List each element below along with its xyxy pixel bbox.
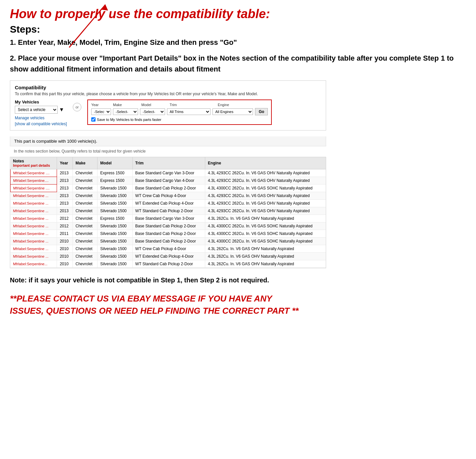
main-title: How to properly use the compatibility ta… xyxy=(10,7,466,22)
my-vehicles-section: My Vehicles Select a vehicle ▼ Manage ve… xyxy=(15,100,67,126)
compat-widget-title: Compatibility xyxy=(15,85,321,90)
table-row: Mfrlabel:Serpentine....2013ChevroletExpr… xyxy=(11,177,326,185)
trim-cell: Base Standard Cargo Van 3-Door xyxy=(132,215,205,222)
engine-cell: 4.3L 4300CC 262Cu. In. V6 GAS SOHC Natur… xyxy=(205,238,326,245)
table-row: Mfrlabel:Serpentine ...2010ChevroletSilv… xyxy=(11,238,326,245)
table-row: Mfrlabel:Serpentine ...2013ChevroletSilv… xyxy=(11,207,326,215)
model-cell: Express 1500 xyxy=(98,177,132,185)
engine-cell: 4.3L 4300CC 262Cu. In. V6 GAS SOHC Natur… xyxy=(205,185,326,192)
show-all-link[interactable]: [show all compatible vehicles] xyxy=(15,122,67,126)
year-cell: 2013 xyxy=(57,169,73,177)
model-cell: Silverado 1500 xyxy=(98,222,132,230)
engine-cell: 4.3L 4293CC 262Cu. In. V6 GAS OHV Natura… xyxy=(205,200,326,207)
notes-cell: Mfrlabel:Serpentine ... xyxy=(11,200,57,207)
notes-cell: Mfrlabel:Serpentine ... xyxy=(11,215,57,222)
notes-cell: Mfrlabel:Serpentine ... xyxy=(11,253,57,260)
compat-widget-subtitle: To confirm that this part fits your vehi… xyxy=(15,92,321,96)
make-label: Make xyxy=(113,103,139,107)
engine-select[interactable]: All Engines xyxy=(212,108,253,115)
notes-column-header: Notes Important part details xyxy=(11,157,57,169)
model-cell: Express 1500 xyxy=(98,169,132,177)
steps-heading: Steps: xyxy=(10,24,466,35)
make-cell: Chevrolet xyxy=(73,192,98,200)
model-cell: Express 1500 xyxy=(98,215,132,222)
notes-cell: Mfrlabel:Serpentine .... xyxy=(11,185,57,192)
engine-cell: 4.3L 4300CC 262Cu. In. V6 GAS SOHC Natur… xyxy=(205,222,326,230)
step2-text: 2. Place your mouse over "Important Part… xyxy=(10,53,466,74)
table-row: Mfrlabel:Serpentine...2010ChevroletSilve… xyxy=(11,260,326,268)
engine-cell: 4.3L 262Cu. In. V6 GAS OHV Naturally Asp… xyxy=(205,245,326,253)
trim-cell: WT Crew Cab Pickup 4-Door xyxy=(132,245,205,253)
trim-cell: WT Standard Cab Pickup 2-Door xyxy=(132,260,205,268)
trim-cell: Base Standard Cab Pickup 2-Door xyxy=(132,230,205,238)
notes-cell: Mfrlabel:Serpentine ... xyxy=(11,207,57,215)
notes-cell: Mfrlabel:Serpentine ... xyxy=(11,222,57,230)
make-cell: Chevrolet xyxy=(73,238,98,245)
make-cell: Chevrolet xyxy=(73,207,98,215)
year-cell: 2012 xyxy=(57,215,73,222)
notes-cell: Mfrlabel:Serpentine ... xyxy=(11,245,57,253)
make-cell: Chevrolet xyxy=(73,169,98,177)
make-cell: Chevrolet xyxy=(73,215,98,222)
trim-cell: WT Standard Cab Pickup 2-Door xyxy=(132,207,205,215)
table-row: Mfrlabel:Serpentine ...2013ChevroletSilv… xyxy=(11,200,326,207)
year-select[interactable]: -Select- xyxy=(91,108,111,115)
trim-cell: Base Standard Cargo Van 4-Door xyxy=(132,177,205,185)
compat-table-wrapper: Notes Important part details Year Make M… xyxy=(10,157,326,268)
make-cell: Chevrolet xyxy=(73,245,98,253)
engine-cell: 4.3L 262Cu. In. V6 GAS OHV Naturally Asp… xyxy=(205,260,326,268)
or-divider: or xyxy=(73,103,81,111)
year-cell: 2011 xyxy=(57,230,73,238)
compat-widget: Compatibility To confirm that this part … xyxy=(10,80,326,130)
trim-select[interactable]: All Trims xyxy=(167,108,210,115)
dropdown-arrow-icon: ▼ xyxy=(59,107,64,113)
year-cell: 2010 xyxy=(57,260,73,268)
year-cell: 2010 xyxy=(57,253,73,260)
table-header-row: Notes Important part details Year Make M… xyxy=(11,157,326,169)
engine-cell: 4.3L 4293CC 262Cu. In. V6 GAS OHV Natura… xyxy=(205,177,326,185)
model-label: Model xyxy=(141,103,168,107)
year-column-header: Year xyxy=(57,157,73,169)
model-column-header: Model xyxy=(98,157,132,169)
trim-cell: Base Standard Cargo Van 3-Door xyxy=(132,169,205,177)
year-cell: 2013 xyxy=(57,200,73,207)
engine-column-header: Engine xyxy=(205,157,326,169)
save-vehicles-checkbox[interactable] xyxy=(91,117,96,122)
year-cell: 2013 xyxy=(57,185,73,192)
notes-cell: Mfrlabel:Serpentine ... xyxy=(11,238,57,245)
make-cell: Chevrolet xyxy=(73,177,98,185)
table-row: Mfrlabel:Serpentine ...2010ChevroletSilv… xyxy=(11,245,326,253)
year-cell: 2010 xyxy=(57,245,73,253)
trim-cell: Base Standard Cab Pickup 2-Door xyxy=(132,185,205,192)
table-row: Mfrlabel:Serpentine ...2013ChevroletSilv… xyxy=(11,192,326,200)
go-button[interactable]: Go xyxy=(255,108,268,115)
table-row: Mfrlabel:Serpentine ...2010ChevroletSilv… xyxy=(11,253,326,260)
trim-label: Trim xyxy=(170,103,216,107)
manage-vehicles-link[interactable]: Manage vehicles xyxy=(15,116,67,120)
model-cell: Silverado 1500 xyxy=(98,185,132,192)
make-select[interactable]: -Select- xyxy=(113,108,138,115)
model-cell: Silverado 1500 xyxy=(98,192,132,200)
engine-cell: 4.3L 4293CC 262Cu. In. V6 GAS OHV Natura… xyxy=(205,207,326,215)
contact-us: **PLEASE CONTACT US VIA EBAY MESSAGE IF … xyxy=(10,293,306,317)
model-cell: Silverado 1500 xyxy=(98,253,132,260)
engine-cell: 4.3L 262Cu. In. V6 GAS OHV Naturally Asp… xyxy=(205,215,326,222)
table-row: Mfrlabel:Serpentine ...2012ChevroletExpr… xyxy=(11,215,326,222)
notes-cell: Mfrlabel:Serpentine .... xyxy=(11,169,57,177)
my-vehicles-select[interactable]: Select a vehicle xyxy=(15,106,58,114)
trim-cell: Base Standard Cab Pickup 2-Door xyxy=(132,222,205,230)
compat-info-bar: This part is compatible with 1000 vehicl… xyxy=(10,136,326,146)
trim-column-header: Trim xyxy=(132,157,205,169)
make-column-header: Make xyxy=(73,157,98,169)
compat-table: Notes Important part details Year Make M… xyxy=(10,157,326,268)
model-cell: Silverado 1500 xyxy=(98,260,132,268)
make-cell: Chevrolet xyxy=(73,230,98,238)
make-cell: Chevrolet xyxy=(73,200,98,207)
table-row: Mfrlabel:Serpentine ...2011ChevroletSilv… xyxy=(11,230,326,238)
model-cell: Silverado 1500 xyxy=(98,207,132,215)
engine-cell: 4.3L 262Cu. In. V6 GAS OHV Naturally Asp… xyxy=(205,253,326,260)
model-cell: Silverado 1500 xyxy=(98,200,132,207)
make-cell: Chevrolet xyxy=(73,253,98,260)
note-paragraph: Note: if it says your vehicle is not com… xyxy=(10,275,326,285)
model-select[interactable]: -Select- xyxy=(140,108,165,115)
